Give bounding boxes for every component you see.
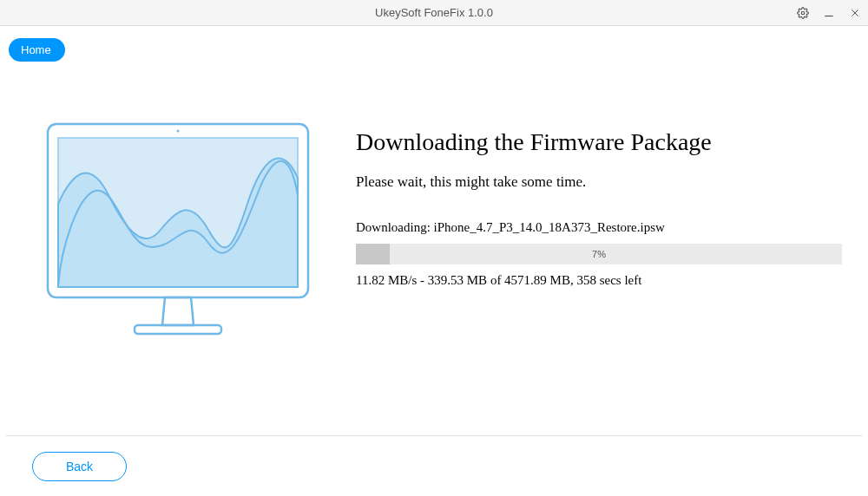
download-stats: 11.82 MB/s - 339.53 MB of 4571.89 MB, 35…: [356, 273, 842, 288]
progress-percent-label: 7%: [356, 249, 842, 259]
settings-icon[interactable]: [797, 7, 809, 19]
downloading-filename: iPhone_4.7_P3_14.0_18A373_Restore.ipsw: [434, 220, 665, 234]
close-icon[interactable]: [849, 7, 861, 19]
back-button[interactable]: Back: [32, 452, 127, 481]
titlebar-controls: [797, 7, 861, 19]
info-panel: Downloading the Firmware Package Please …: [356, 113, 842, 343]
downloading-prefix: Downloading:: [356, 220, 434, 234]
footer: Back: [6, 435, 862, 496]
page-subtext: Please wait, this might take some time.: [356, 173, 842, 191]
minimize-icon[interactable]: [823, 7, 835, 19]
titlebar: UkeySoft FoneFix 1.0.0: [0, 0, 868, 26]
home-tab[interactable]: Home: [9, 38, 65, 62]
progress-bar: 7%: [356, 244, 842, 264]
svg-rect-7: [135, 325, 221, 334]
svg-point-0: [801, 11, 805, 15]
downloading-line: Downloading: iPhone_4.7_P3_14.0_18A373_R…: [356, 220, 842, 235]
window-title: UkeySoft FoneFix 1.0.0: [375, 6, 493, 19]
main-content: Downloading the Firmware Package Please …: [0, 26, 868, 343]
illustration: [26, 113, 330, 343]
svg-point-5: [177, 130, 180, 133]
page-heading: Downloading the Firmware Package: [356, 128, 842, 156]
monitor-illustration-icon: [39, 117, 317, 343]
